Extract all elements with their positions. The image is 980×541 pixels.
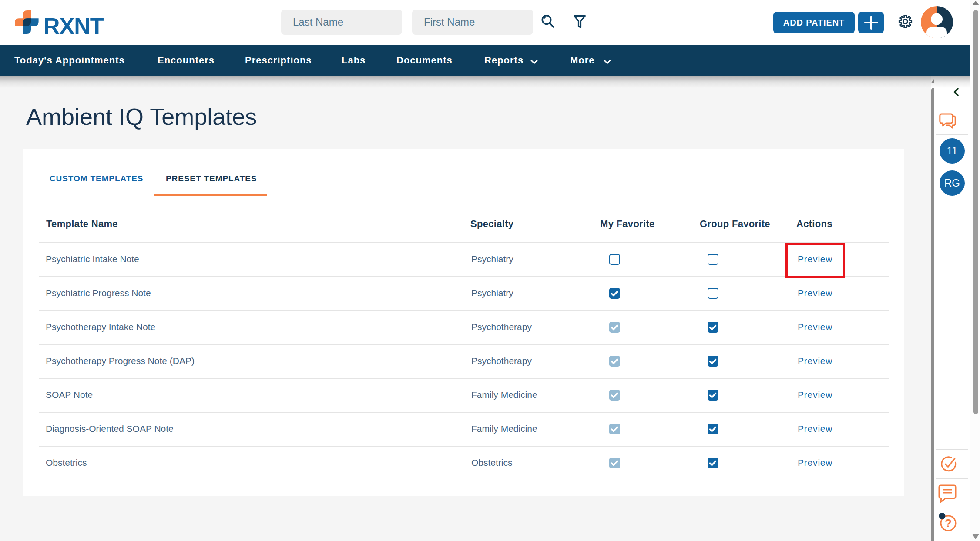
svg-text:?: ?	[945, 517, 952, 530]
